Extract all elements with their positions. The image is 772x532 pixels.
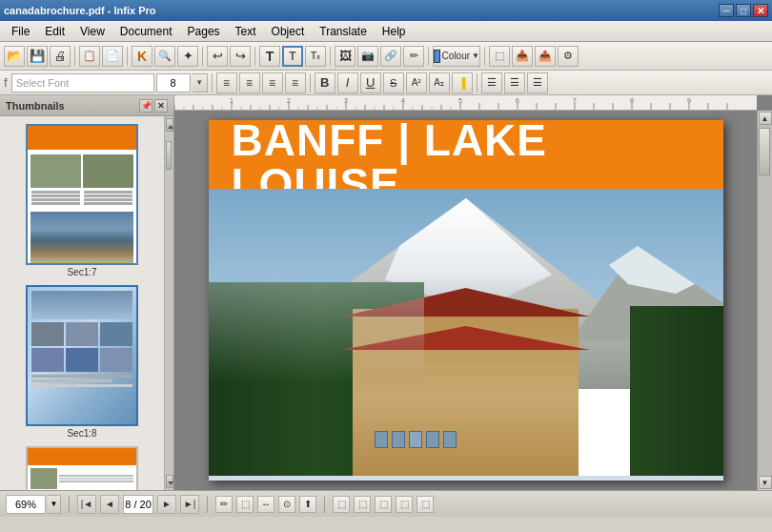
subscript-button[interactable]: A₂: [429, 72, 450, 93]
status-action5[interactable]: ⬚: [416, 496, 434, 513]
link-button[interactable]: 🔗: [380, 46, 401, 67]
align-left-button[interactable]: ≡: [216, 72, 237, 93]
svg-rect-2: [174, 95, 757, 111]
menu-text[interactable]: Text: [228, 23, 264, 40]
minimize-button[interactable]: ─: [719, 4, 734, 17]
scroll-thumb-v[interactable]: [759, 128, 770, 175]
save-button[interactable]: 💾: [27, 46, 48, 67]
redo-button[interactable]: ↪: [230, 46, 251, 67]
pdf-page: ALBERTA BANFF | LAKE LOUISE: [209, 120, 723, 481]
status-action1[interactable]: ⬚: [333, 496, 350, 513]
thumb1-bottom-img: [30, 212, 133, 265]
menu-pages[interactable]: Pages: [180, 23, 228, 40]
open-button[interactable]: 📂: [4, 46, 25, 67]
undo-button[interactable]: ↩: [207, 46, 228, 67]
menu-translate[interactable]: Translate: [312, 23, 375, 40]
align-right-button[interactable]: ≡: [262, 72, 283, 93]
vertical-scrollbar[interactable]: ▲ ▼: [757, 111, 772, 490]
bold-button[interactable]: B: [315, 72, 335, 93]
select-tool[interactable]: K: [132, 46, 152, 67]
menu-help[interactable]: Help: [375, 23, 414, 40]
font-selector[interactable]: Select Font: [11, 73, 154, 92]
thumbnail-item-3[interactable]: Sec1:9: [26, 446, 138, 490]
ruler-svg: 1 2 3 4 5 6 7 8 9: [174, 95, 757, 111]
pin-icon[interactable]: 📌: [139, 99, 152, 113]
action-btn1[interactable]: ⬚: [489, 46, 510, 67]
menubar: File Edit View Document Pages Text Objec…: [0, 21, 772, 42]
nav-next-button[interactable]: ►: [157, 495, 176, 514]
zoom-dropdown[interactable]: ▼: [48, 495, 61, 514]
status-action2[interactable]: ⬚: [354, 496, 371, 513]
zoom-display[interactable]: 69%: [6, 495, 46, 514]
thumb1-lines1: [30, 190, 81, 206]
font-select-label: Select Font: [16, 77, 70, 89]
zoom-button[interactable]: 🔍: [154, 46, 175, 67]
font-size-input[interactable]: 8: [156, 73, 191, 92]
action-btn4[interactable]: ⚙: [558, 46, 579, 67]
text-size-tool[interactable]: Tₛ: [305, 46, 326, 67]
text-tool[interactable]: T: [259, 46, 280, 67]
copy-button[interactable]: 📋: [79, 46, 100, 67]
image-button[interactable]: 🖼: [335, 46, 356, 67]
thumbnail-img-2: [26, 285, 138, 426]
scroll-up-button[interactable]: ▲: [759, 112, 772, 125]
status-action3[interactable]: ⬚: [375, 496, 392, 513]
svg-text:5: 5: [458, 97, 462, 104]
font-size-dropdown[interactable]: ▼: [193, 73, 208, 92]
scroll-up-arrow[interactable]: [166, 118, 173, 132]
scroll-thumb[interactable]: [166, 141, 172, 170]
thumbnail-item-1[interactable]: Sec1:7: [26, 124, 138, 277]
panel-close-icon[interactable]: ✕: [154, 99, 168, 113]
menu-edit[interactable]: Edit: [37, 23, 72, 40]
status-tool4[interactable]: ⊙: [278, 496, 295, 513]
thumbnail-label-2: Sec1:8: [67, 428, 96, 439]
menu-file[interactable]: File: [4, 23, 37, 40]
italic-button[interactable]: I: [337, 72, 358, 93]
action-btn3[interactable]: 📤: [535, 46, 556, 67]
close-button[interactable]: ✕: [753, 4, 768, 17]
highlight-button[interactable]: ▐: [452, 72, 473, 93]
menu-view[interactable]: View: [72, 23, 112, 40]
thumbnails-scrollbar[interactable]: [164, 116, 173, 490]
list2-button[interactable]: ☰: [504, 72, 525, 93]
maximize-button[interactable]: □: [736, 4, 751, 17]
thumbnail-item-2[interactable]: Sec1:8: [26, 285, 138, 439]
list3-button[interactable]: ☰: [527, 72, 548, 93]
thumb2-line3: [31, 384, 132, 387]
status-tool5[interactable]: ⬆: [299, 496, 316, 513]
pointer-button[interactable]: ✦: [177, 46, 198, 67]
menu-document[interactable]: Document: [112, 23, 180, 40]
scroll-down-button[interactable]: ▼: [759, 476, 772, 489]
svg-text:9: 9: [687, 97, 691, 104]
superscript-button[interactable]: A²: [406, 72, 427, 93]
nav-last-button[interactable]: ►|: [180, 495, 199, 514]
print-button[interactable]: 🖨: [50, 46, 71, 67]
list1-button[interactable]: ☰: [481, 72, 502, 93]
status-tool3[interactable]: ↔: [257, 496, 274, 513]
text-tool2[interactable]: T: [282, 46, 303, 67]
thumb1-header: [28, 126, 136, 150]
status-action4[interactable]: ⬚: [396, 496, 413, 513]
statusbar: 69% ▼ |◄ ◄ 8 / 20 ► ►| ✏ ⬚ ↔ ⊙ ⬆ ⬚ ⬚ ⬚ ⬚…: [0, 490, 772, 517]
status-tool2[interactable]: ⬚: [236, 496, 254, 513]
pen-button[interactable]: ✏: [403, 46, 424, 67]
page-input[interactable]: 8 / 20: [123, 495, 153, 514]
thumb3-img1: [30, 468, 57, 489]
strikethrough-button[interactable]: S: [383, 72, 404, 93]
scroll-down-arrow[interactable]: [166, 475, 173, 488]
align-center-button[interactable]: ≡: [239, 72, 260, 93]
justify-button[interactable]: ≡: [285, 72, 306, 93]
colour-button[interactable]: Colour ▼: [433, 46, 480, 67]
underline-button[interactable]: U: [360, 72, 381, 93]
separator5: [330, 47, 331, 66]
camera-button[interactable]: 📷: [357, 46, 378, 67]
status-tool1[interactable]: ✏: [215, 496, 233, 513]
separator6: [428, 47, 429, 66]
menu-object[interactable]: Object: [264, 23, 313, 40]
paste-button[interactable]: 📄: [102, 46, 123, 67]
nav-prev-button[interactable]: ◄: [100, 495, 119, 514]
thumb2-img1: [31, 291, 132, 319]
nav-first-button[interactable]: |◄: [77, 495, 96, 514]
action-btn2[interactable]: 📥: [512, 46, 533, 67]
thumb1-bottom: [28, 209, 136, 265]
